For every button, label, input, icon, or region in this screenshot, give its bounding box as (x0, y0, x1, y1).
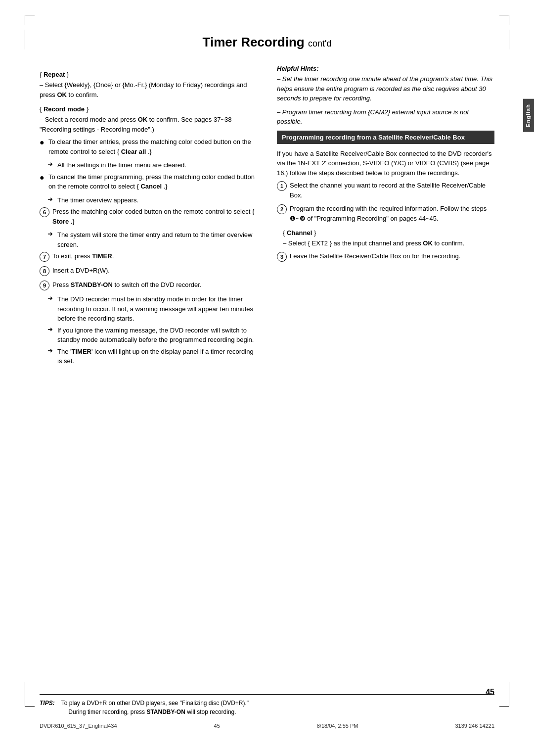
corner-mark-bl (25, 697, 35, 707)
step-9-circle: 9 (40, 281, 49, 290)
left-column: { Repeat } – Select {Weekly}, {Once} or … (40, 65, 257, 368)
programming-recording-box: Programming recording from a Satellite R… (277, 131, 494, 144)
arrow-sym-1: ➜ (47, 160, 55, 168)
arrow-sym-6: ➜ (47, 347, 55, 354)
footer-center: 45 (214, 723, 220, 729)
step-6: 6 Press the matching color coded button … (40, 207, 257, 226)
side-line-left-bottom (25, 682, 25, 702)
arrow-sym-2: ➜ (47, 195, 55, 203)
bullet-text-clear-all: To clear the timer entries, press the ma… (48, 137, 257, 156)
right-step-2-text: Program the recording with the required … (290, 204, 494, 223)
record-mode-body: – Select a record mode and press OK to c… (40, 115, 257, 134)
arrow-store: ➜ The system will store the timer entry … (40, 230, 257, 249)
step-7-circle: 7 (40, 252, 49, 262)
arrow-text-timer-overview: The timer overview appears. (57, 195, 138, 205)
arrow-cleared: ➜ All the settings in the timer menu are… (40, 160, 257, 170)
arrow-text-standby-2: If you ignore the warning message, the D… (57, 326, 257, 345)
side-line-right (509, 30, 509, 49)
right-step-1: 1 Select the channel you want to record … (277, 181, 494, 200)
right-step-2-circle: 2 (277, 204, 287, 214)
step-6-circle: 6 (40, 207, 49, 217)
footer-right: 3139 246 14221 (455, 723, 494, 729)
title-text: Timer Recording (203, 35, 305, 49)
bullet-dot-2: ● (40, 172, 46, 183)
right-column: Helpful Hints: – Set the timer recording… (277, 65, 494, 368)
step-6-text: Press the matching color coded button on… (52, 207, 257, 226)
page-title: Timer Recording cont'd (40, 30, 494, 50)
tips-section: TIPS: To play a DVD+R on other DVD playe… (40, 694, 494, 716)
bullet-cancel: ● To cancel the timer programming, press… (40, 172, 257, 191)
step-7: 7 To exit, press TIMER. (40, 251, 257, 262)
step-8-circle: 8 (40, 266, 49, 276)
repeat-label-text: Repeat (44, 71, 65, 78)
arrow-sym-4: ➜ (47, 294, 55, 302)
tips-text-2: During timer recording, press STANDBY-ON… (68, 709, 236, 715)
bullet-text-cancel: To cancel the timer programming, press t… (48, 172, 257, 191)
step-9-text: Press STANDBY-ON to switch off the DVD r… (52, 280, 202, 290)
channel-body: – Select { EXT2 } as the input channel a… (277, 238, 494, 248)
footer-date: 8/18/04, 2:55 PM (317, 723, 358, 729)
bullet-dot-1: ● (40, 137, 46, 148)
page-container: English Timer Recording cont'd { Repeat … (0, 0, 534, 756)
corner-mark-tr (499, 15, 509, 25)
step-7-text: To exit, press TIMER. (52, 251, 114, 261)
repeat-label: { Repeat } (40, 71, 257, 78)
arrow-sym-3: ➜ (47, 230, 55, 237)
arrow-standby-2: ➜ If you ignore the warning message, the… (40, 326, 257, 345)
side-line-right-bottom (509, 682, 509, 702)
step-9: 9 Press STANDBY-ON to switch off the DVD… (40, 280, 257, 290)
channel-label-text: Channel (287, 229, 312, 236)
record-mode-text: Record mode (44, 105, 85, 113)
hints-text-1: – Set the timer recording one minute ahe… (277, 74, 494, 103)
footer-left: DVDR610_615_37_Engfinal434 (40, 723, 117, 729)
tips-label: TIPS: (40, 700, 55, 707)
title-contd: cont'd (308, 39, 331, 48)
bullet-clear-all: ● To clear the timer entries, press the … (40, 137, 257, 156)
english-tab: English (523, 99, 534, 132)
right-step-3-circle: 3 (277, 252, 287, 262)
step-8-text: Insert a DVD+R(W). (52, 266, 110, 276)
arrow-sym-5: ➜ (47, 326, 55, 333)
repeat-body: – Select {Weekly}, {Once} or {Mo.-Fr.} (… (40, 80, 257, 99)
right-step-3-text: Leave the Satellite Receiver/Cable Box o… (290, 251, 460, 261)
right-step-3: 3 Leave the Satellite Receiver/Cable Box… (277, 251, 494, 262)
content-columns: { Repeat } – Select {Weekly}, {Once} or … (40, 65, 494, 368)
arrow-timer-icon: ➜ The 'TIMER' icon will light up on the … (40, 347, 257, 366)
tips-text-1: To play a DVD+R on other DVD players, se… (61, 700, 249, 707)
right-step-1-text: Select the channel you want to record at… (290, 181, 494, 200)
arrow-standby-1: ➜ The DVD recorder must be in standby mo… (40, 294, 257, 324)
footer-info: DVDR610_615_37_Engfinal434 45 8/18/04, 2… (40, 723, 494, 729)
channel-label: { Channel } (277, 229, 494, 236)
arrow-text-standby-1: The DVD recorder must be in standby mode… (57, 294, 257, 324)
step-8: 8 Insert a DVD+R(W). (40, 266, 257, 276)
right-step-2: 2 Program the recording with the require… (277, 204, 494, 223)
side-line-left (25, 30, 25, 49)
record-mode-label: { Record mode } (40, 105, 257, 113)
right-step-1-circle: 1 (277, 181, 287, 191)
corner-mark-br (499, 697, 509, 707)
arrow-text-cleared: All the settings in the timer menu are c… (57, 160, 186, 170)
arrow-text-timer-icon: The 'TIMER' icon will light up on the di… (57, 347, 257, 366)
arrow-text-store: The system will store the timer entry an… (57, 230, 257, 249)
hints-text-2: – Program timer recording from {CAM2} ex… (277, 107, 494, 127)
arrow-timer-overview: ➜ The timer overview appears. (40, 195, 257, 205)
helpful-hints-label: Helpful Hints: (277, 65, 494, 72)
corner-mark-tl (25, 15, 35, 25)
intro-text: If you have a Satellite Receiver/Cable B… (277, 149, 494, 178)
